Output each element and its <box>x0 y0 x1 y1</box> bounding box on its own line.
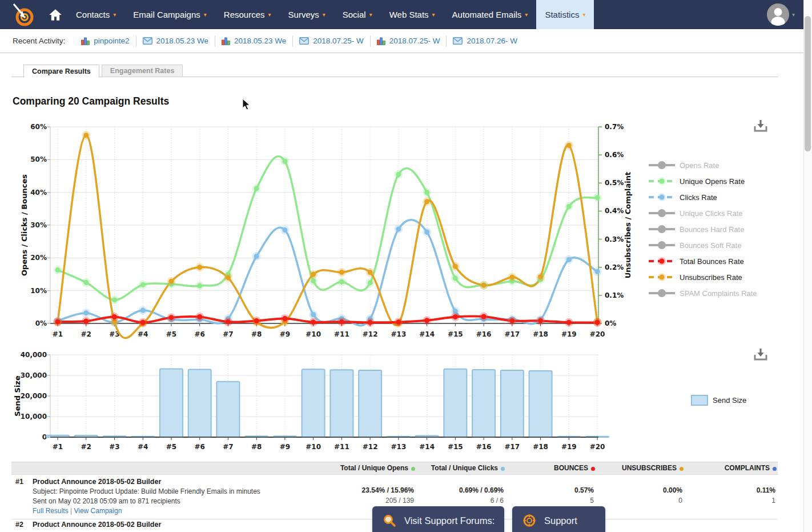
nav-item-label: Surveys <box>288 10 319 19</box>
divider <box>292 35 293 47</box>
svg-text:0.3%: 0.3% <box>605 235 624 243</box>
campaign-title: Product Announce 2018-05-02 Builder <box>33 521 161 529</box>
svg-text:#18: #18 <box>533 443 548 451</box>
download-icon[interactable] <box>753 119 769 134</box>
bounces-percent: 0.57% <box>497 486 594 494</box>
legend-item-unsubscribes-rate[interactable]: Unsubscribes Rate <box>649 269 757 285</box>
avatar-chevron-down-icon[interactable]: ▾ <box>792 11 795 18</box>
support-button[interactable]: Support <box>512 506 605 532</box>
svg-text:#14: #14 <box>419 330 435 338</box>
tab-compare-results[interactable]: Compare Results <box>23 65 99 78</box>
legend-item-bounces-soft-rate[interactable]: Bounces Soft Rate <box>649 237 757 253</box>
recent-activity-link-label: 2018.05.23 We <box>234 37 286 45</box>
scrollbar <box>803 0 812 532</box>
support-button-label: Visit Support Forums: <box>404 515 495 526</box>
svg-text:#15: #15 <box>448 330 463 338</box>
recent-activity-link-2018-07-26-w[interactable]: 2018.07.26- W <box>453 37 517 45</box>
svg-text:30%: 30% <box>30 221 47 229</box>
nav-item-label: Automated Emails <box>452 10 522 19</box>
svg-text:#3: #3 <box>109 443 119 451</box>
recent-activity-link-label: pinpointe2 <box>94 37 129 45</box>
metric-bounces: 0.57%5 <box>497 486 594 505</box>
recent-activity-links: pinpointe22018.05.23 We2018.05.23 We2018… <box>81 35 517 47</box>
avatar[interactable] <box>767 3 789 26</box>
svg-text:10,000: 10,000 <box>21 413 47 421</box>
nav-item-email-campaigns[interactable]: Email Campaigns▾ <box>124 0 215 29</box>
series-dot-icon <box>773 467 777 471</box>
legend-item-opens-rate[interactable]: Opens Rate <box>649 157 757 173</box>
svg-text:Unsubscribes / Complaint: Unsubscribes / Complaint <box>624 172 632 279</box>
chevron-down-icon: ▾ <box>369 11 372 18</box>
envelope-icon <box>299 37 309 45</box>
bar-chart-legend[interactable]: Send Size <box>691 395 746 406</box>
svg-text:#11: #11 <box>334 443 349 451</box>
svg-text:#1: #1 <box>53 443 63 451</box>
legend-item-bounces-hard-rate[interactable]: Bounces Hard Rate <box>649 221 757 237</box>
legend-marker-icon <box>649 192 675 202</box>
chevron-down-icon: ▾ <box>268 11 271 18</box>
svg-text:0.7%: 0.7% <box>605 123 624 131</box>
svg-text:#16: #16 <box>476 443 492 451</box>
nav-item-resources[interactable]: Resources▾ <box>215 0 280 29</box>
nav-item-automated-emails[interactable]: Automated Emails▾ <box>444 0 537 29</box>
clicks-percent: 0.69% / 0.69% <box>407 486 504 494</box>
svg-text:#14: #14 <box>419 443 435 451</box>
metric-unsubscribes: 0.00%0 <box>585 486 682 505</box>
scrollbar-thumb[interactable] <box>805 16 811 151</box>
nav-item-web-stats[interactable]: Web Stats▾ <box>381 0 444 29</box>
svg-text:#5: #5 <box>166 330 176 338</box>
legend-item-unique-clicks-rate[interactable]: Unique Clicks Rate <box>649 205 757 221</box>
home-icon[interactable] <box>48 7 63 22</box>
svg-text:#10: #10 <box>305 443 321 451</box>
svg-text:30,000: 30,000 <box>21 371 47 379</box>
visit-support-forums-button[interactable]: Visit Support Forums: <box>372 506 504 532</box>
chevron-down-icon: ▾ <box>582 11 585 18</box>
chevron-down-icon: ▾ <box>323 11 325 18</box>
svg-text:Send Size: Send Size <box>13 375 22 417</box>
download-icon[interactable] <box>753 347 769 362</box>
bar-chart-icon <box>222 37 230 45</box>
svg-text:0.1%: 0.1% <box>605 291 624 299</box>
pinpointe-logo-icon[interactable] <box>10 2 37 28</box>
line-chart-legend: Opens RateUnique Opens RateClicks RateUn… <box>649 157 757 301</box>
metric-opens: 23.54% / 15.96%205 / 139 <box>317 486 414 505</box>
legend-item-label: Unique Clicks Rate <box>680 209 743 218</box>
nav-item-statistics[interactable]: Statistics▾ <box>536 0 594 29</box>
legend-item-spam-complaints-rate[interactable]: SPAM Complaints Rate <box>649 285 757 301</box>
recent-activity-link-pinpointe2[interactable]: pinpointe2 <box>81 37 129 45</box>
legend-marker-icon <box>649 256 675 266</box>
send-size-bar-chart[interactable]: 010,00020,00030,00040,000#1#2#3#4#5#6#7#… <box>0 343 645 457</box>
nav-item-label: Web Stats <box>389 10 429 19</box>
recent-activity-link-2018-07-25-w[interactable]: 2018.07.25- W <box>299 37 364 45</box>
legend-item-total-bounces-rate[interactable]: Total Bounces Rate <box>649 253 757 269</box>
view-campaign-link[interactable]: View Campaign <box>74 507 122 515</box>
svg-text:#16: #16 <box>476 330 492 338</box>
svg-text:#4: #4 <box>138 443 148 451</box>
svg-text:#18: #18 <box>533 330 548 338</box>
legend-item-unique-opens-rate[interactable]: Unique Opens Rate <box>649 173 757 189</box>
nav-item-surveys[interactable]: Surveys▾ <box>280 0 334 29</box>
divider <box>215 35 215 47</box>
tab-engagement-rates[interactable]: Engagement Rates <box>102 65 183 77</box>
tab-bar: Compare ResultsEngagement Rates <box>23 65 185 78</box>
divider <box>370 35 371 47</box>
chevron-down-icon: ▾ <box>204 11 207 18</box>
svg-text:#13: #13 <box>391 443 406 451</box>
legend-marker-icon <box>649 224 675 234</box>
nav-item-contacts[interactable]: Contacts▾ <box>67 0 124 29</box>
recent-activity-link-2018-07-25-w[interactable]: 2018.07.25- W <box>377 37 440 45</box>
full-results-link[interactable]: Full Results <box>33 507 69 515</box>
legend-item-label: Unsubscribes Rate <box>680 273 742 282</box>
link-separator: | <box>69 507 74 515</box>
recent-activity-link-2018-05-23-we[interactable]: 2018.05.23 We <box>222 37 286 45</box>
recent-activity-link-2018-05-23-we[interactable]: 2018.05.23 We <box>143 37 208 45</box>
svg-text:#20: #20 <box>590 330 605 338</box>
svg-text:#10: #10 <box>305 330 321 338</box>
nav-item-social[interactable]: Social▾ <box>334 0 381 29</box>
row-rank: #2 <box>15 521 23 529</box>
svg-text:0.4%: 0.4% <box>605 207 624 215</box>
svg-text:Opens / Clicks / Bounces: Opens / Clicks / Bounces <box>20 174 29 276</box>
legend-item-clicks-rate[interactable]: Clicks Rate <box>649 189 757 205</box>
chevron-down-icon: ▾ <box>113 11 116 18</box>
campaign-rates-line-chart[interactable]: 0%10%20%30%40%50%60%#1#2#3#4#5#6#7#8#9#1… <box>0 112 645 343</box>
